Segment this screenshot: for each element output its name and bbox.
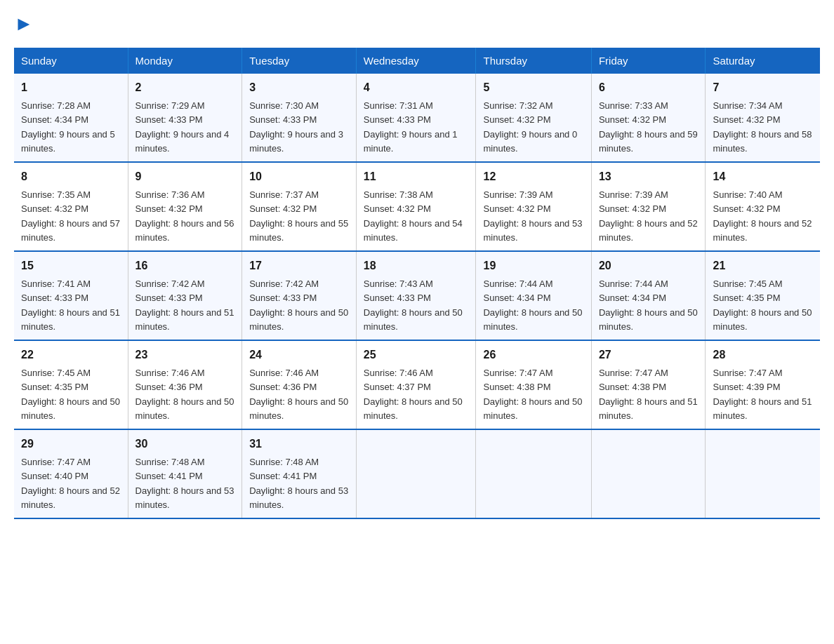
day-of-week-header: Saturday: [706, 48, 820, 74]
calendar-week-row: 29 Sunrise: 7:47 AMSunset: 4:40 PMDaylig…: [14, 429, 820, 518]
day-number: 23: [135, 347, 235, 363]
calendar-day-cell: 3 Sunrise: 7:30 AMSunset: 4:33 PMDayligh…: [242, 74, 357, 162]
calendar-day-cell: 23 Sunrise: 7:46 AMSunset: 4:36 PMDaylig…: [128, 340, 242, 429]
day-info: Sunrise: 7:47 AMSunset: 4:40 PMDaylight:…: [21, 457, 120, 510]
day-info: Sunrise: 7:35 AMSunset: 4:32 PMDaylight:…: [21, 189, 120, 243]
day-info: Sunrise: 7:34 AMSunset: 4:32 PMDaylight:…: [713, 100, 812, 154]
day-number: 2: [135, 79, 235, 96]
calendar-day-cell: 5 Sunrise: 7:32 AMSunset: 4:32 PMDayligh…: [476, 74, 591, 162]
day-info: Sunrise: 7:41 AMSunset: 4:33 PMDaylight:…: [21, 279, 120, 332]
day-number: 13: [599, 168, 699, 185]
calendar-day-cell: [706, 429, 820, 518]
calendar-day-cell: 2 Sunrise: 7:29 AMSunset: 4:33 PMDayligh…: [128, 74, 242, 162]
day-number: 22: [21, 347, 121, 363]
calendar-day-cell: 6 Sunrise: 7:33 AMSunset: 4:32 PMDayligh…: [591, 74, 706, 162]
calendar-day-cell: 12 Sunrise: 7:39 AMSunset: 4:32 PMDaylig…: [476, 162, 591, 251]
logo: ►: [14, 14, 34, 34]
calendar-day-cell: 4 Sunrise: 7:31 AMSunset: 4:33 PMDayligh…: [356, 74, 476, 162]
day-info: Sunrise: 7:46 AMSunset: 4:36 PMDaylight:…: [135, 368, 234, 421]
day-number: 4: [364, 79, 469, 96]
calendar-day-cell: 17 Sunrise: 7:42 AMSunset: 4:33 PMDaylig…: [242, 251, 357, 340]
day-info: Sunrise: 7:46 AMSunset: 4:36 PMDaylight:…: [249, 368, 348, 421]
day-number: 3: [249, 79, 349, 96]
day-info: Sunrise: 7:47 AMSunset: 4:39 PMDaylight:…: [713, 368, 812, 421]
calendar-week-row: 8 Sunrise: 7:35 AMSunset: 4:32 PMDayligh…: [14, 162, 820, 251]
day-info: Sunrise: 7:48 AMSunset: 4:41 PMDaylight:…: [135, 457, 234, 510]
day-of-week-header: Sunday: [14, 48, 128, 74]
calendar-day-cell: 30 Sunrise: 7:48 AMSunset: 4:41 PMDaylig…: [128, 429, 242, 518]
calendar-day-cell: 8 Sunrise: 7:35 AMSunset: 4:32 PMDayligh…: [14, 162, 128, 251]
day-number: 5: [483, 79, 583, 96]
day-info: Sunrise: 7:47 AMSunset: 4:38 PMDaylight:…: [599, 368, 698, 421]
day-of-week-header: Thursday: [476, 48, 591, 74]
calendar-day-cell: 20 Sunrise: 7:44 AMSunset: 4:34 PMDaylig…: [591, 251, 706, 340]
calendar-day-cell: 31 Sunrise: 7:48 AMSunset: 4:41 PMDaylig…: [242, 429, 357, 518]
day-info: Sunrise: 7:44 AMSunset: 4:34 PMDaylight:…: [483, 279, 582, 332]
calendar-day-cell: 10 Sunrise: 7:37 AMSunset: 4:32 PMDaylig…: [242, 162, 357, 251]
day-number: 24: [249, 347, 349, 363]
day-info: Sunrise: 7:30 AMSunset: 4:33 PMDaylight:…: [249, 100, 343, 154]
calendar-day-cell: 18 Sunrise: 7:43 AMSunset: 4:33 PMDaylig…: [356, 251, 476, 340]
day-number: 29: [21, 436, 121, 452]
day-info: Sunrise: 7:29 AMSunset: 4:33 PMDaylight:…: [135, 100, 230, 154]
day-of-week-header: Tuesday: [242, 48, 357, 74]
day-info: Sunrise: 7:31 AMSunset: 4:33 PMDaylight:…: [364, 100, 458, 154]
day-info: Sunrise: 7:47 AMSunset: 4:38 PMDaylight:…: [483, 368, 582, 421]
day-number: 15: [21, 257, 121, 274]
day-number: 27: [599, 347, 699, 363]
day-info: Sunrise: 7:45 AMSunset: 4:35 PMDaylight:…: [713, 279, 812, 332]
calendar-week-row: 22 Sunrise: 7:45 AMSunset: 4:35 PMDaylig…: [14, 340, 820, 429]
day-number: 30: [135, 436, 235, 452]
calendar-day-cell: 16 Sunrise: 7:42 AMSunset: 4:33 PMDaylig…: [128, 251, 242, 340]
day-number: 16: [135, 257, 235, 274]
day-number: 11: [364, 168, 469, 185]
day-number: 19: [483, 257, 583, 274]
calendar-day-cell: 21 Sunrise: 7:45 AMSunset: 4:35 PMDaylig…: [706, 251, 820, 340]
calendar-day-cell: 19 Sunrise: 7:44 AMSunset: 4:34 PMDaylig…: [476, 251, 591, 340]
calendar-day-cell: 14 Sunrise: 7:40 AMSunset: 4:32 PMDaylig…: [706, 162, 820, 251]
day-number: 9: [135, 168, 235, 185]
day-number: 20: [599, 257, 699, 274]
calendar-header-row: SundayMondayTuesdayWednesdayThursdayFrid…: [14, 48, 820, 74]
day-number: 1: [21, 79, 121, 96]
day-number: 18: [364, 257, 469, 274]
day-number: 6: [599, 79, 699, 96]
day-number: 14: [713, 168, 813, 185]
calendar-day-cell: 25 Sunrise: 7:46 AMSunset: 4:37 PMDaylig…: [356, 340, 476, 429]
calendar-day-cell: 7 Sunrise: 7:34 AMSunset: 4:32 PMDayligh…: [706, 74, 820, 162]
day-info: Sunrise: 7:40 AMSunset: 4:32 PMDaylight:…: [713, 189, 812, 243]
day-info: Sunrise: 7:33 AMSunset: 4:32 PMDaylight:…: [599, 100, 698, 154]
day-number: 12: [483, 168, 583, 185]
day-info: Sunrise: 7:36 AMSunset: 4:32 PMDaylight:…: [135, 189, 234, 243]
calendar-day-cell: 22 Sunrise: 7:45 AMSunset: 4:35 PMDaylig…: [14, 340, 128, 429]
calendar-day-cell: 11 Sunrise: 7:38 AMSunset: 4:32 PMDaylig…: [356, 162, 476, 251]
calendar-day-cell: 24 Sunrise: 7:46 AMSunset: 4:36 PMDaylig…: [242, 340, 357, 429]
calendar-week-row: 1 Sunrise: 7:28 AMSunset: 4:34 PMDayligh…: [14, 74, 820, 162]
calendar-day-cell: 29 Sunrise: 7:47 AMSunset: 4:40 PMDaylig…: [14, 429, 128, 518]
calendar-day-cell: 9 Sunrise: 7:36 AMSunset: 4:32 PMDayligh…: [128, 162, 242, 251]
calendar-day-cell: 13 Sunrise: 7:39 AMSunset: 4:32 PMDaylig…: [591, 162, 706, 251]
day-of-week-header: Wednesday: [356, 48, 476, 74]
day-info: Sunrise: 7:38 AMSunset: 4:32 PMDaylight:…: [364, 189, 463, 243]
day-info: Sunrise: 7:44 AMSunset: 4:34 PMDaylight:…: [599, 279, 698, 332]
day-number: 10: [249, 168, 349, 185]
day-info: Sunrise: 7:45 AMSunset: 4:35 PMDaylight:…: [21, 368, 120, 421]
day-number: 17: [249, 257, 349, 274]
day-info: Sunrise: 7:42 AMSunset: 4:33 PMDaylight:…: [135, 279, 234, 332]
day-info: Sunrise: 7:43 AMSunset: 4:33 PMDaylight:…: [364, 279, 463, 332]
day-info: Sunrise: 7:37 AMSunset: 4:32 PMDaylight:…: [249, 189, 348, 243]
day-number: 28: [713, 347, 813, 363]
calendar-day-cell: 1 Sunrise: 7:28 AMSunset: 4:34 PMDayligh…: [14, 74, 128, 162]
day-of-week-header: Friday: [591, 48, 706, 74]
day-number: 7: [713, 79, 813, 96]
calendar-day-cell: 26 Sunrise: 7:47 AMSunset: 4:38 PMDaylig…: [476, 340, 591, 429]
day-info: Sunrise: 7:32 AMSunset: 4:32 PMDaylight:…: [483, 100, 577, 154]
calendar-week-row: 15 Sunrise: 7:41 AMSunset: 4:33 PMDaylig…: [14, 251, 820, 340]
day-info: Sunrise: 7:28 AMSunset: 4:34 PMDaylight:…: [21, 100, 115, 154]
day-number: 8: [21, 168, 121, 185]
day-number: 25: [364, 347, 469, 363]
day-number: 31: [249, 436, 349, 452]
calendar-day-cell: 28 Sunrise: 7:47 AMSunset: 4:39 PMDaylig…: [706, 340, 820, 429]
day-info: Sunrise: 7:39 AMSunset: 4:32 PMDaylight:…: [599, 189, 698, 243]
calendar-day-cell: 27 Sunrise: 7:47 AMSunset: 4:38 PMDaylig…: [591, 340, 706, 429]
